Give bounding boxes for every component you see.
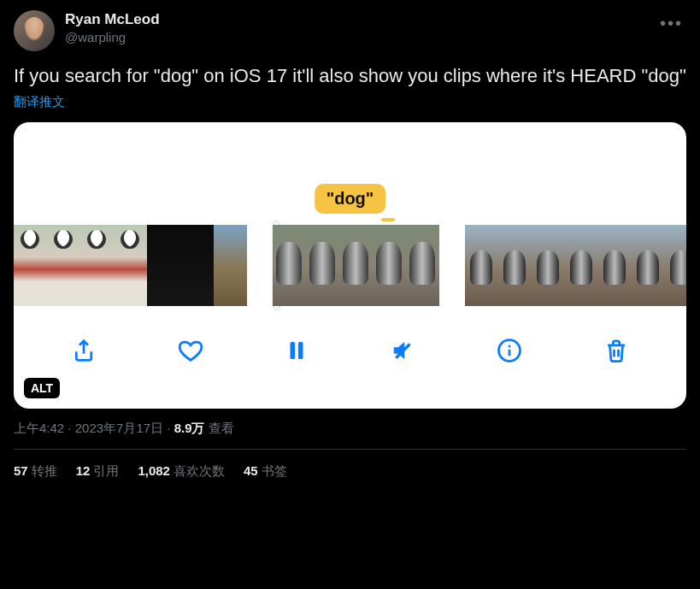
thumbnail (339, 225, 373, 306)
media-card[interactable]: "dog" (14, 122, 686, 409)
media-toolbar (14, 321, 686, 380)
translate-link[interactable]: 翻译推文 (14, 94, 686, 110)
thumbnail (114, 225, 147, 306)
more-icon[interactable]: ••• (656, 10, 686, 37)
mute-icon[interactable] (388, 335, 419, 366)
thumbnail (406, 225, 439, 306)
share-icon[interactable] (68, 335, 99, 366)
quotes-stat[interactable]: 12引用 (76, 463, 120, 480)
thumbnail (180, 225, 214, 306)
info-icon[interactable] (494, 335, 525, 366)
search-highlight-label: "dog" (315, 184, 386, 214)
svg-rect-0 (291, 342, 296, 359)
thumbnail (598, 225, 632, 306)
clip-group-3[interactable] (465, 225, 686, 306)
handle: @warpling (65, 29, 656, 46)
views-count: 8.9万 (174, 421, 205, 435)
thumbnail (306, 225, 339, 306)
thumbnail (632, 225, 665, 306)
thumbnail (532, 225, 565, 306)
alt-badge[interactable]: ALT (24, 378, 60, 398)
thumbnail (498, 225, 532, 306)
thumbnail (47, 225, 80, 306)
tweet-container: Ryan McLeod @warpling ••• If you search … (0, 0, 700, 493)
avatar[interactable] (14, 10, 55, 51)
thumbnail (565, 225, 598, 306)
trash-icon[interactable] (601, 335, 632, 366)
display-name: Ryan McLeod (65, 10, 656, 29)
tweet-header: Ryan McLeod @warpling ••• (14, 10, 686, 51)
svg-rect-1 (298, 342, 303, 359)
video-timeline[interactable] (14, 225, 686, 306)
clip-group-1[interactable] (14, 225, 247, 306)
clip-group-2[interactable] (273, 225, 439, 306)
tweet-date: 2023年7月17日 (75, 421, 163, 435)
thumbnail (465, 225, 498, 306)
thumbnail (665, 225, 686, 306)
likes-stat[interactable]: 1,082喜欢次数 (138, 463, 225, 480)
retweets-stat[interactable]: 57转推 (14, 463, 57, 480)
thumbnail (273, 225, 306, 306)
thumbnail (14, 225, 47, 306)
svg-point-3 (509, 345, 511, 347)
thumbnail (147, 225, 180, 306)
highlight-tick (381, 218, 395, 221)
author-block[interactable]: Ryan McLeod @warpling (65, 10, 656, 46)
views-label: 查看 (205, 421, 234, 435)
tweet-time: 上午4:42 (14, 421, 64, 435)
thumbnail (80, 225, 114, 306)
thumbnail (373, 225, 406, 306)
thumbnail (214, 225, 247, 306)
tweet-text: If you search for "dog" on iOS 17 it'll … (14, 63, 686, 89)
pause-icon[interactable] (281, 335, 312, 366)
heart-icon[interactable] (175, 335, 206, 366)
tweet-meta[interactable]: 上午4:42 · 2023年7月17日 · 8.9万 查看 (14, 421, 686, 437)
bookmarks-stat[interactable]: 45书签 (244, 463, 287, 480)
tweet-stats: 57转推 12引用 1,082喜欢次数 45书签 (14, 450, 686, 493)
